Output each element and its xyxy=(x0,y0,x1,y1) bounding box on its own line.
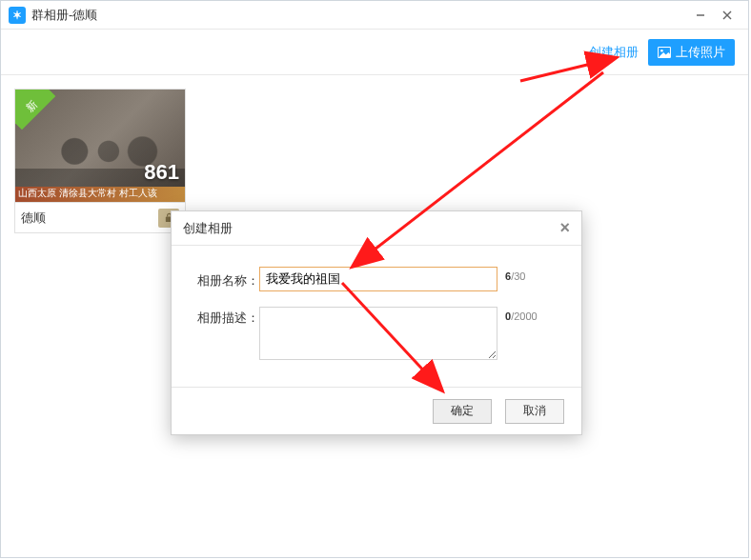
desc-row: 相册描述： 0/2000 xyxy=(193,307,560,360)
toolbar: 创建相册 上传照片 xyxy=(1,30,748,75)
window-controls xyxy=(687,1,741,30)
create-album-link[interactable]: 创建相册 xyxy=(589,44,639,61)
close-button[interactable] xyxy=(714,1,741,30)
dialog-body: 相册名称： 6/30 相册描述： 0/2000 xyxy=(172,246,581,387)
minimize-button[interactable] xyxy=(687,1,714,30)
app-logo-icon: ✶ xyxy=(9,7,26,24)
titlebar: ✶ 群相册-德顺 xyxy=(1,1,748,30)
thumbnail-number: 861 xyxy=(144,160,179,185)
album-card[interactable]: CMG 新 861 山西太原 清徐县大常村 村工人该 德顺 xyxy=(14,89,186,233)
image-upload-icon xyxy=(658,47,671,58)
dialog-header: 创建相册 × xyxy=(172,211,581,246)
thumbnail-caption: 山西太原 清徐县大常村 村工人该 xyxy=(15,187,185,202)
album-thumbnail: CMG 新 861 山西太原 清徐县大常村 村工人该 xyxy=(14,89,186,203)
main-window: ✶ 群相册-德顺 创建相册 上传照片 CMG 新 861 xyxy=(0,0,749,558)
album-desc-textarea[interactable] xyxy=(259,307,497,360)
upload-photo-button[interactable]: 上传照片 xyxy=(648,39,735,66)
upload-photo-label: 上传照片 xyxy=(676,44,725,61)
window-title: 群相册-德顺 xyxy=(31,7,687,24)
name-label: 相册名称： xyxy=(193,270,259,290)
dialog-footer: 确定 取消 xyxy=(172,387,581,434)
name-counter: 6/30 xyxy=(505,267,525,282)
create-album-dialog: 创建相册 × 相册名称： 6/30 相册描述： 0/2000 确定 取消 xyxy=(171,210,582,435)
ok-button[interactable]: 确定 xyxy=(433,399,492,424)
album-name: 德顺 xyxy=(21,210,46,227)
dialog-title: 创建相册 xyxy=(183,220,559,237)
desc-counter: 0/2000 xyxy=(505,307,538,322)
album-name-input[interactable] xyxy=(259,267,497,291)
desc-label: 相册描述： xyxy=(193,307,259,327)
name-row: 相册名称： 6/30 xyxy=(193,267,560,291)
album-footer: 德顺 xyxy=(14,203,186,233)
svg-point-4 xyxy=(660,50,663,52)
dialog-close-button[interactable]: × xyxy=(559,218,570,238)
cancel-button[interactable]: 取消 xyxy=(505,399,564,424)
